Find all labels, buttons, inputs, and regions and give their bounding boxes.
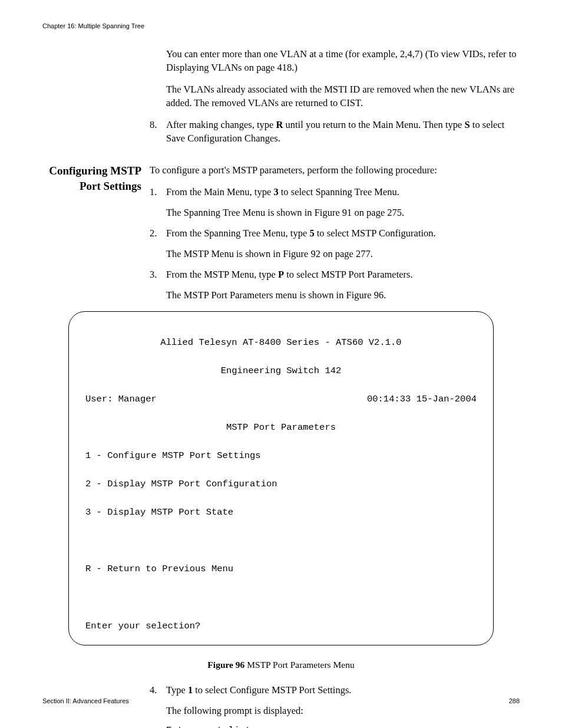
terminal-blank (85, 533, 477, 548)
text: to select MSTP Port Parameters. (284, 269, 412, 280)
terminal-option-r: R - Return to Previous Menu (85, 562, 477, 576)
step-number: 1. (150, 185, 166, 219)
step-note: The following prompt is displayed: (166, 704, 520, 717)
text: to select Configure MSTP Port Settings. (193, 684, 351, 696)
terminal-title1: Allied Telesyn AT-8400 Series - ATS60 V2… (85, 335, 477, 350)
text: Type (166, 684, 188, 696)
section-heading: Configuring MSTP Port Settings (42, 163, 141, 195)
page-content: You can enter more than one VLAN at a ti… (42, 47, 520, 728)
figure-title: MSTP Port Parameters Menu (244, 660, 354, 670)
text: to select Spanning Tree Menu. (279, 186, 399, 197)
terminal-screen: Allied Telesyn AT-8400 Series - ATS60 V2… (68, 311, 494, 645)
key-3: 3 (273, 186, 278, 197)
step-1: 1. From the Main Menu, type 3 to select … (150, 185, 520, 219)
figure-caption: Figure 96 MSTP Port Parameters Menu (42, 660, 520, 670)
terminal-datetime: 00:14:33 15-Jan-2004 (367, 392, 477, 406)
key-s: S (465, 119, 470, 130)
step-number: 3. (150, 268, 166, 302)
terminal-blank (85, 591, 477, 605)
terminal-inline: Enter port-list: (166, 724, 520, 728)
terminal-title2: Engineering Switch 142 (85, 364, 477, 378)
figure-number: Figure 96 (207, 660, 244, 670)
footer-page-number: 288 (509, 697, 520, 704)
step-note: The Spanning Tree Menu is shown in Figur… (166, 206, 520, 219)
terminal-option-2: 2 - Display MSTP Port Configuration (85, 477, 477, 491)
section-intro: To configure a port's MSTP parameters, p… (150, 163, 520, 177)
text: until you return to the Main Menu. Then … (283, 119, 464, 130)
key-r: R (276, 119, 283, 130)
text: From the Main Menu, type (166, 186, 273, 197)
text: After making changes, type (166, 119, 276, 130)
terminal-menu-title: MSTP Port Parameters (85, 420, 477, 434)
terminal-option-1: 1 - Configure MSTP Port Settings (85, 449, 477, 463)
text: to select MSTP Configuration. (315, 228, 436, 239)
step-3: 3. From the MSTP Menu, type P to select … (150, 268, 520, 302)
step-4: 4. Type 1 to select Configure MSTP Port … (150, 683, 520, 728)
step-number: 2. (150, 226, 166, 261)
intro-p1: You can enter more than one VLAN at a ti… (150, 47, 520, 74)
text: From the MSTP Menu, type (166, 269, 278, 280)
text: From the Spanning Tree Menu, type (166, 228, 309, 239)
footer-section: Section II: Advanced Features (42, 697, 129, 704)
step-8: 8. After making changes, type R until yo… (150, 118, 520, 145)
terminal-user: User: Manager (85, 392, 157, 406)
intro-p2: The VLANs already associated with the MS… (150, 83, 520, 110)
step-note: The MSTP Menu is shown in Figure 92 on p… (166, 247, 520, 261)
step-2: 2. From the Spanning Tree Menu, type 5 t… (150, 226, 520, 261)
step-number: 8. (150, 118, 166, 145)
key-5: 5 (309, 228, 314, 239)
step-number: 4. (150, 683, 166, 728)
step-note: The MSTP Port Parameters menu is shown i… (166, 288, 520, 302)
page-header: Chapter 16: Multiple Spanning Tree (42, 22, 144, 29)
key-1: 1 (188, 684, 193, 696)
terminal-option-3: 3 - Display MSTP Port State (85, 505, 477, 519)
key-p: P (278, 269, 284, 280)
page-footer: Section II: Advanced Features 288 (42, 697, 520, 704)
terminal-prompt: Enter your selection? (85, 619, 477, 633)
